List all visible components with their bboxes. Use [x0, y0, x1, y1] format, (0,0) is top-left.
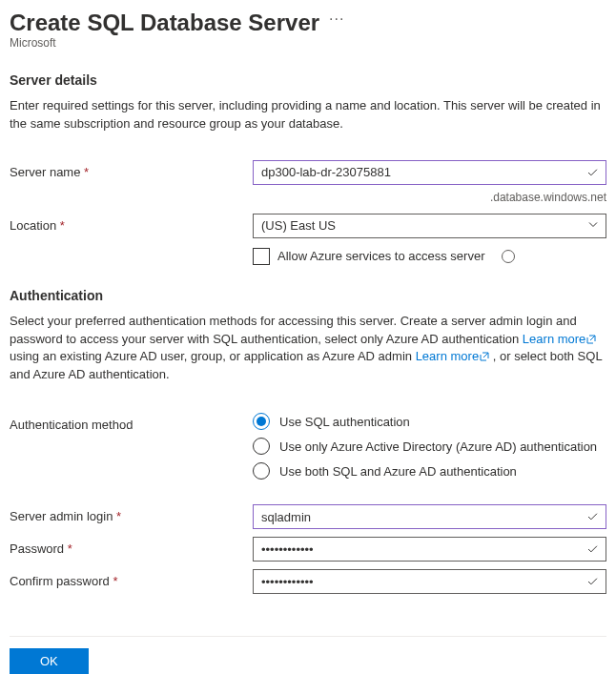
ok-button[interactable]: OK [10, 648, 89, 674]
auth-method-sql[interactable]: Use SQL authentication [253, 413, 606, 430]
confirm-password-input[interactable] [253, 569, 606, 594]
password-label: Password * [10, 537, 253, 556]
allow-azure-label: Allow Azure services to access server [277, 249, 484, 263]
auth-method-aad-only[interactable]: Use only Azure Active Directory (Azure A… [253, 438, 606, 455]
radio-icon [253, 438, 270, 455]
learn-more-link-2[interactable]: Learn more [416, 349, 489, 363]
auth-method-both[interactable]: Use both SQL and Azure AD authentication [253, 462, 606, 480]
server-name-input[interactable] [253, 160, 606, 185]
location-select[interactable]: (US) East US [253, 214, 606, 238]
more-menu-icon[interactable]: ··· [329, 10, 344, 28]
radio-icon [253, 413, 270, 430]
confirm-password-label: Confirm password * [10, 569, 253, 588]
radio-label: Use both SQL and Azure AD authentication [279, 464, 517, 479]
server-details-heading: Server details [10, 72, 606, 88]
allow-azure-checkbox[interactable] [253, 248, 270, 265]
info-icon[interactable] [502, 250, 515, 263]
authentication-desc: Select your preferred authentication met… [10, 313, 606, 384]
external-link-icon [480, 349, 489, 367]
radio-label: Use only Azure Active Directory (Azure A… [279, 439, 597, 454]
location-label: Location * [10, 214, 253, 233]
admin-login-input[interactable] [253, 504, 606, 529]
auth-method-radiogroup: Use SQL authentication Use only Azure Ac… [253, 413, 606, 480]
password-input[interactable] [253, 537, 606, 562]
learn-more-link-1[interactable]: Learn more [523, 332, 596, 346]
radio-icon [253, 462, 270, 480]
authentication-heading: Authentication [10, 288, 606, 303]
page-title: Create SQL Database Server [10, 10, 319, 36]
radio-label: Use SQL authentication [279, 415, 410, 429]
auth-method-label: Authentication method [10, 413, 253, 432]
server-details-desc: Enter required settings for this server,… [10, 97, 606, 133]
server-name-label: Server name * [10, 160, 253, 179]
external-link-icon [586, 332, 596, 350]
publisher-subtitle: Microsoft [10, 36, 606, 50]
admin-login-label: Server admin login * [10, 504, 253, 523]
server-name-suffix: .database.windows.net [10, 191, 606, 204]
